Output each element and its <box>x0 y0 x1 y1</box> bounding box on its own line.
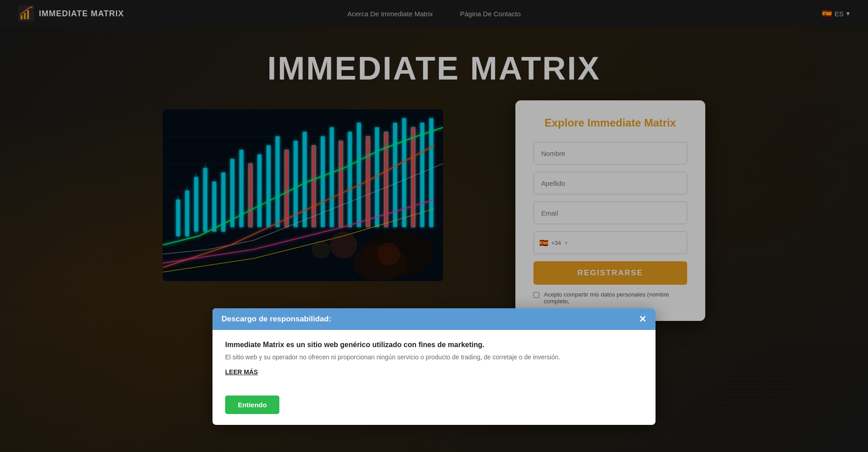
entiendo-button[interactable]: Entiendo <box>225 396 279 414</box>
disclaimer-footer: Entiendo <box>212 396 656 425</box>
disclaimer-box: Descargo de responsabilidad: ✕ Immediate… <box>212 308 656 425</box>
disclaimer-main-text: Immediate Matrix es un sitio web genéric… <box>225 341 643 349</box>
disclaimer-close-button[interactable]: ✕ <box>639 315 646 324</box>
disclaimer-header-title: Descargo de responsabilidad: <box>222 315 331 324</box>
disclaimer-header: Descargo de responsabilidad: ✕ <box>212 308 656 330</box>
disclaimer-sub-text: El sitio web y su operador no ofrecen ni… <box>225 353 643 361</box>
disclaimer-read-more-link[interactable]: LEER MÁS <box>225 368 258 376</box>
disclaimer-overlay: Descargo de responsabilidad: ✕ Immediate… <box>0 0 868 452</box>
disclaimer-body: Immediate Matrix es un sitio web genéric… <box>212 330 656 396</box>
